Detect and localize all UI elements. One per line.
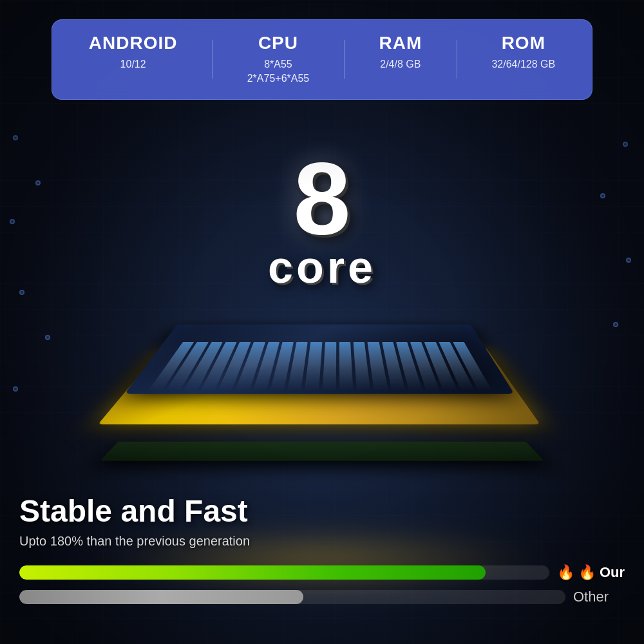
chip-number: 8 (268, 152, 376, 245)
spec-android: ANDROID 10/12 (89, 33, 178, 71)
spec-cpu: CPU 8*A55 2*A75+6*A55 (247, 33, 310, 86)
progress-section: 🔥 🔥 Our Other (19, 564, 625, 605)
chip-scene: 8 core (97, 97, 547, 470)
main-container: 8 core ANDROID 10/12 CPU 8*A55 2*A75+6*A… (0, 0, 644, 644)
spec-ram-value: 2/4/8 GB (379, 57, 422, 71)
headline: Stable and Fast (19, 493, 625, 529)
progress-bar-our (19, 565, 486, 580)
spec-ram: RAM 2/4/8 GB (379, 33, 422, 71)
spec-divider-1 (212, 40, 213, 79)
bottom-content: Stable and Fast Upto 180% than the previ… (19, 493, 625, 605)
progress-bar-our-wrapper (19, 565, 549, 580)
spec-rom: ROM 32/64/128 GB (491, 33, 555, 71)
spec-android-title: ANDROID (89, 33, 178, 53)
spec-rom-title: ROM (491, 33, 555, 53)
fire-icon-1: 🔥 (557, 564, 574, 581)
spec-divider-3 (457, 40, 457, 79)
spec-android-value: 10/12 (89, 57, 178, 71)
spec-ram-title: RAM (379, 33, 422, 53)
progress-label-our: 🔥 🔥 Our (557, 564, 625, 581)
spec-rom-value: 32/64/128 GB (491, 57, 555, 71)
progress-row-our: 🔥 🔥 Our (19, 564, 625, 581)
fire-icon-2: 🔥 (578, 564, 596, 581)
specs-card: ANDROID 10/12 CPU 8*A55 2*A75+6*A55 RAM … (52, 19, 592, 100)
progress-row-other: Other (19, 589, 625, 605)
spec-cpu-title: CPU (247, 33, 310, 53)
progress-bar-other-wrapper (19, 590, 565, 604)
progress-label-other: Other (573, 589, 625, 605)
spec-divider-2 (344, 40, 345, 79)
progress-bar-other (19, 590, 303, 604)
subheadline: Upto 180% than the previous generation (19, 534, 625, 549)
chip-core-text: 8 core (268, 152, 376, 290)
spec-cpu-value: 8*A55 2*A75+6*A55 (247, 57, 310, 86)
chip-label: core (268, 245, 376, 290)
